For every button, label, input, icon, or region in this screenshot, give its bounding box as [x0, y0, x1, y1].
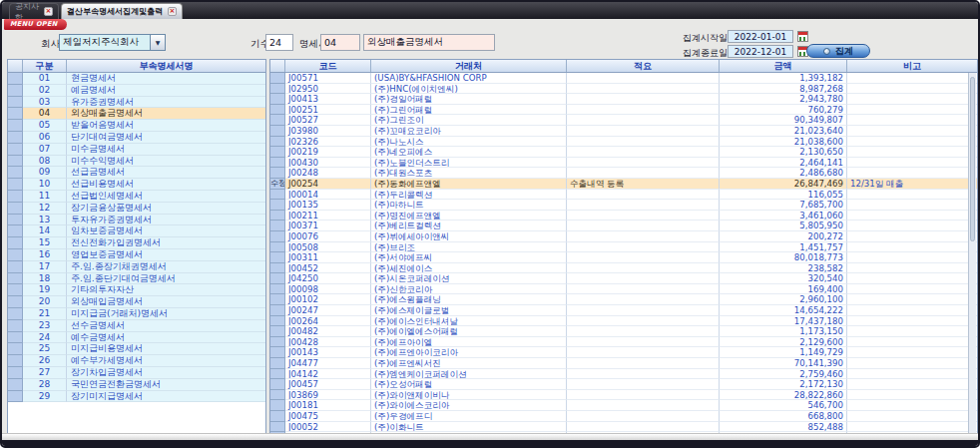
row-selector[interactable]	[8, 249, 23, 261]
table-row[interactable]: J04142 (주)엠엔케이코퍼레이션 2,759,460	[270, 369, 977, 380]
row-selector[interactable]	[270, 105, 285, 116]
row-selector[interactable]	[8, 108, 23, 120]
row-selector[interactable]	[270, 358, 285, 369]
row-selector[interactable]	[270, 168, 285, 179]
list-item[interactable]: 02 예금명세서	[8, 85, 265, 97]
table-row[interactable]: J00508 (주)브리조 1,451,757	[270, 242, 977, 253]
row-selector[interactable]	[8, 308, 23, 320]
table-row[interactable]: J00014 (주)두리콜렉션 116,055	[270, 190, 977, 201]
vertical-scrollbar[interactable]	[968, 73, 976, 436]
list-item[interactable]: 06 단기대여금명세서	[8, 132, 265, 144]
list-item[interactable]: 16 영업보증금명세서	[8, 249, 265, 261]
table-row[interactable]: J00571 (USA)BY&HFASHION CORP 1,393,182	[270, 73, 977, 84]
table-row[interactable]: J00181 (주)와이에스코리아 546,700	[270, 400, 977, 411]
list-item[interactable]: 08 미수수익명세서	[8, 156, 265, 168]
row-selector[interactable]	[8, 215, 23, 226]
table-row[interactable]: J00264 (주)에이스인터내셔날 17,437,180	[270, 316, 977, 327]
table-row[interactable]: J00475 (주)우경에프디 668,800	[270, 411, 977, 422]
row-selector[interactable]	[270, 347, 285, 358]
table-row[interactable]: J00413 (주)경일어패럴 2,943,780	[270, 94, 977, 105]
list-item[interactable]: 18 주.임.종단기대여금명세서	[8, 273, 265, 285]
row-selector[interactable]	[8, 144, 23, 156]
row-selector[interactable]	[8, 97, 23, 109]
row-selector[interactable]	[8, 191, 23, 203]
row-selector[interactable]	[270, 411, 285, 422]
table-row[interactable]: J00248 (주)대원스포츠 2,486,680	[270, 168, 977, 179]
table-row[interactable]: J00211 (주)명진에프앤엘 3,461,060	[270, 211, 977, 222]
row-selector[interactable]	[8, 261, 23, 273]
list-item[interactable]: 29 장기미지급명세서	[8, 391, 265, 403]
list-item[interactable]: 19 기타의투자자산	[8, 284, 265, 296]
list-item[interactable]: 20 외상매입금명세서	[8, 296, 265, 308]
list-item[interactable]: 23 선수금명세서	[8, 320, 265, 332]
row-selector[interactable]	[270, 400, 285, 411]
row-selector[interactable]	[270, 190, 285, 201]
row-selector[interactable]	[8, 343, 23, 355]
row-selector[interactable]	[8, 296, 23, 308]
row-selector[interactable]: 수정	[270, 179, 285, 190]
list-item[interactable]: 05 받을어음명세서	[8, 120, 265, 132]
row-selector[interactable]	[270, 137, 285, 148]
row-selector[interactable]	[8, 367, 23, 379]
list-item[interactable]: 12 장기금융상품명세서	[8, 203, 265, 215]
table-row[interactable]: J00251 (주)그린어패럴 760,279	[270, 105, 977, 116]
table-row[interactable]: J00430 (주)노블인더스트리 2,464,141	[270, 158, 977, 169]
table-row[interactable]: J00527 (주)그린조이 90,349,807	[270, 115, 977, 126]
row-selector[interactable]	[270, 305, 285, 316]
row-selector[interactable]	[8, 167, 23, 179]
list-item[interactable]: 14 임차보증금명세서	[8, 225, 265, 237]
row-selector[interactable]	[270, 115, 285, 126]
list-item[interactable]: 10 선급비용명세서	[8, 179, 265, 191]
end-date-input[interactable]: 2022-12-01	[728, 45, 793, 58]
row-selector[interactable]	[270, 316, 285, 327]
row-selector[interactable]	[270, 211, 285, 222]
menu-open-badge[interactable]: MENU OPEN	[4, 19, 67, 30]
row-selector[interactable]	[270, 326, 285, 337]
table-row[interactable]: J00135 (주)마하니트 7,685,700	[270, 200, 977, 211]
table-row[interactable]: J00247 (주)에스제이글로벌 14,654,222	[270, 305, 977, 316]
row-selector[interactable]	[270, 200, 285, 211]
list-item[interactable]: 07 미수금명세서	[8, 144, 265, 156]
row-selector[interactable]	[270, 126, 285, 137]
scrollbar-thumb[interactable]	[970, 77, 975, 241]
list-item[interactable]: 26 예수부가세명세서	[8, 355, 265, 367]
row-selector[interactable]	[270, 94, 285, 105]
table-row[interactable]: J00143 (주)에프엔아이코리아 1,149,729	[270, 347, 977, 358]
row-selector[interactable]	[270, 390, 285, 401]
close-icon[interactable]: ×	[44, 7, 53, 16]
tab-notice[interactable]: 공지사항 ×	[9, 3, 59, 19]
row-selector[interactable]	[270, 221, 285, 231]
row-selector[interactable]	[8, 225, 23, 237]
row-selector[interactable]	[8, 120, 23, 132]
start-date-input[interactable]: 2022-01-01	[728, 30, 793, 43]
row-selector[interactable]	[8, 320, 23, 332]
row-selector[interactable]	[8, 391, 23, 403]
table-row[interactable]: 수정 J00254 (주)동화에프앤엘 수출내역 등록 26,847,469 1…	[270, 179, 977, 190]
row-selector[interactable]	[8, 332, 23, 344]
table-row[interactable]: J00482 (주)에이엘에스어패럴 1,173,150	[270, 326, 977, 337]
row-selector[interactable]	[8, 179, 23, 191]
table-row[interactable]: J02326 (주)나노시스 21,038,600	[270, 137, 977, 148]
row-selector[interactable]	[270, 379, 285, 390]
chevron-down-icon[interactable]: ▼	[150, 35, 165, 50]
list-item[interactable]: 27 장기차입금명세서	[8, 367, 265, 379]
list-item[interactable]: 28 국민연금전환금명세서	[8, 379, 265, 391]
row-selector[interactable]	[8, 273, 23, 285]
table-row[interactable]: J00428 (주)에프아이엘 2,129,600	[270, 337, 977, 348]
close-icon[interactable]: ×	[168, 7, 177, 16]
company-select[interactable]: 제일저지주식회사 ▼	[59, 34, 166, 51]
list-item[interactable]: 09 선급금명세서	[8, 167, 265, 179]
table-row[interactable]: J00371 (주)베리트컬렉션 5,805,950	[270, 221, 977, 231]
row-selector[interactable]	[8, 85, 23, 97]
table-row[interactable]: J00452 (주)세진에이스 238,582	[270, 263, 977, 274]
table-row[interactable]: J03869 (주)와이앤제이비나 28,822,860	[270, 390, 977, 401]
list-item[interactable]: 03 유가증권명세서	[8, 97, 265, 109]
row-selector[interactable]	[270, 422, 285, 433]
row-selector[interactable]	[8, 156, 23, 168]
row-selector[interactable]	[8, 284, 23, 296]
table-row[interactable]: J00098 (주)신한코리아 169,400	[270, 284, 977, 295]
row-selector[interactable]	[270, 242, 285, 253]
row-selector[interactable]	[270, 84, 285, 95]
row-selector[interactable]	[270, 263, 285, 274]
table-row[interactable]: J00102 (주)에스윔플래닝 2,960,100	[270, 294, 977, 305]
